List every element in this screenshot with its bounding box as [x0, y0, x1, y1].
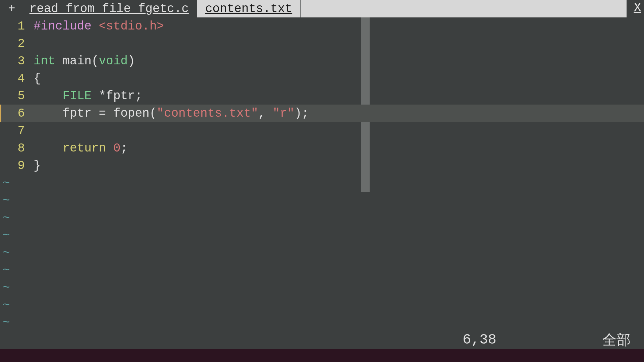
line-number: 7: [0, 124, 34, 138]
tab-active[interactable]: read_from_file_fgetc.c: [21, 0, 197, 17]
line-number: 8: [0, 141, 34, 155]
modified-indicator: +: [0, 0, 21, 17]
code-line[interactable]: 3 int main(void): [0, 52, 644, 70]
line-number: 5: [0, 89, 34, 103]
code-line[interactable]: 7: [0, 122, 644, 139]
empty-line: ~: [0, 192, 644, 209]
code-line[interactable]: 4 {: [0, 70, 644, 87]
line-content: }: [34, 159, 41, 173]
line-content: int main(void): [34, 54, 135, 68]
empty-line: ~: [0, 314, 644, 331]
empty-line: ~: [0, 209, 644, 227]
line-content: fptr = fopen("contents.txt", "r");: [34, 107, 309, 120]
empty-line: ~: [0, 174, 644, 192]
empty-line: ~: [0, 244, 644, 261]
close-icon[interactable]: X: [634, 1, 641, 15]
line-number: 9: [0, 159, 34, 173]
code-line[interactable]: 9 }: [0, 157, 644, 174]
code-line-current[interactable]: 6 fptr = fopen("contents.txt", "r");: [0, 105, 644, 122]
tab-bar-spacer: [301, 0, 627, 17]
scroll-percent: 全部: [602, 330, 631, 349]
empty-line: ~: [0, 227, 644, 244]
code-line[interactable]: 2: [0, 35, 644, 52]
code-line[interactable]: 1 #include <stdio.h>: [0, 17, 644, 35]
line-content: return 0;: [34, 141, 128, 155]
editor-area[interactable]: 1 #include <stdio.h> 2 3 int main(void) …: [0, 17, 644, 342]
empty-line: ~: [0, 261, 644, 279]
line-number: 6: [0, 107, 34, 120]
cursor-position: 6,38: [463, 332, 496, 348]
line-number: 3: [0, 54, 34, 68]
tab-bar: + read_from_file_fgetc.c contents.txt X: [0, 0, 644, 17]
code-line[interactable]: 8 return 0;: [0, 139, 644, 157]
tab-inactive[interactable]: contents.txt: [197, 0, 301, 17]
code-line[interactable]: 5 FILE *fptr;: [0, 87, 644, 105]
line-number: 2: [0, 37, 34, 51]
line-number: 1: [0, 19, 34, 33]
empty-line: ~: [0, 279, 644, 296]
line-content: FILE *fptr;: [34, 89, 142, 103]
bottom-strip: [0, 349, 644, 362]
line-content: #include <stdio.h>: [34, 19, 164, 33]
empty-line: ~: [0, 296, 644, 314]
status-bar: 6,38 全部: [0, 331, 644, 349]
line-number: 4: [0, 72, 34, 85]
line-content: {: [34, 72, 41, 85]
